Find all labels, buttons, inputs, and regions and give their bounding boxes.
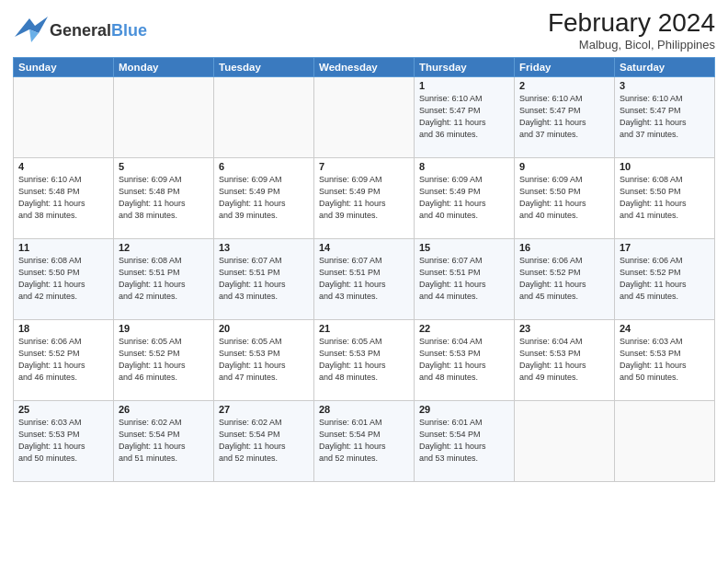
calendar-week-row: 25Sunrise: 6:03 AMSunset: 5:53 PMDayligh… — [14, 401, 715, 482]
day-number: 2 — [519, 80, 609, 91]
day-number: 16 — [519, 242, 609, 253]
day-info: Sunrise: 6:04 AMSunset: 5:53 PMDaylight:… — [519, 336, 609, 384]
day-number: 20 — [219, 323, 309, 334]
day-number: 29 — [419, 404, 509, 415]
weekday-header: Saturday — [615, 58, 715, 77]
day-info: Sunrise: 6:07 AMSunset: 5:51 PMDaylight:… — [419, 255, 509, 303]
calendar-cell: 26Sunrise: 6:02 AMSunset: 5:54 PMDayligh… — [114, 401, 214, 482]
day-number: 21 — [319, 323, 409, 334]
calendar-cell: 7Sunrise: 6:09 AMSunset: 5:49 PMDaylight… — [314, 158, 415, 239]
weekday-header: Friday — [515, 58, 615, 77]
day-number: 23 — [519, 323, 609, 334]
weekday-header: Monday — [114, 58, 214, 77]
day-info: Sunrise: 6:06 AMSunset: 5:52 PMDaylight:… — [620, 255, 710, 303]
calendar-cell — [314, 77, 415, 158]
calendar-cell: 11Sunrise: 6:08 AMSunset: 5:50 PMDayligh… — [14, 239, 114, 320]
day-number: 9 — [519, 161, 609, 172]
header: GeneralBlue February 2024 Malbug, Bicol,… — [13, 9, 715, 52]
weekday-header: Thursday — [415, 58, 515, 77]
day-number: 6 — [219, 161, 309, 172]
day-info: Sunrise: 6:05 AMSunset: 5:53 PMDaylight:… — [219, 336, 309, 384]
calendar-cell: 5Sunrise: 6:09 AMSunset: 5:48 PMDaylight… — [114, 158, 214, 239]
calendar-cell — [14, 77, 114, 158]
day-info: Sunrise: 6:07 AMSunset: 5:51 PMDaylight:… — [319, 255, 409, 303]
calendar-cell: 13Sunrise: 6:07 AMSunset: 5:51 PMDayligh… — [214, 239, 314, 320]
day-number: 7 — [319, 161, 409, 172]
day-number: 18 — [18, 323, 108, 334]
calendar-cell: 19Sunrise: 6:05 AMSunset: 5:52 PMDayligh… — [114, 320, 214, 401]
day-number: 8 — [419, 161, 509, 172]
day-number: 24 — [620, 323, 710, 334]
calendar-cell: 22Sunrise: 6:04 AMSunset: 5:53 PMDayligh… — [415, 320, 515, 401]
calendar-cell: 24Sunrise: 6:03 AMSunset: 5:53 PMDayligh… — [615, 320, 715, 401]
calendar-cell: 16Sunrise: 6:06 AMSunset: 5:52 PMDayligh… — [515, 239, 615, 320]
calendar-table: SundayMondayTuesdayWednesdayThursdayFrid… — [13, 57, 715, 482]
logo: GeneralBlue — [13, 9, 147, 52]
day-info: Sunrise: 6:03 AMSunset: 5:53 PMDaylight:… — [620, 336, 710, 384]
day-info: Sunrise: 6:01 AMSunset: 5:54 PMDaylight:… — [319, 417, 409, 465]
day-number: 1 — [419, 80, 509, 91]
logo-general: General — [50, 21, 111, 40]
logo-icon — [13, 9, 48, 48]
day-number: 17 — [620, 242, 710, 253]
day-number: 25 — [18, 404, 108, 415]
calendar-cell — [214, 77, 314, 158]
calendar-cell: 2Sunrise: 6:10 AMSunset: 5:47 PMDaylight… — [515, 77, 615, 158]
calendar-cell: 4Sunrise: 6:10 AMSunset: 5:48 PMDaylight… — [14, 158, 114, 239]
day-number: 19 — [119, 323, 209, 334]
day-number: 27 — [219, 404, 309, 415]
day-number: 3 — [620, 80, 710, 91]
month-year: February 2024 — [548, 9, 715, 38]
calendar-cell: 20Sunrise: 6:05 AMSunset: 5:53 PMDayligh… — [214, 320, 314, 401]
day-info: Sunrise: 6:06 AMSunset: 5:52 PMDaylight:… — [519, 255, 609, 303]
day-number: 10 — [620, 161, 710, 172]
day-info: Sunrise: 6:07 AMSunset: 5:51 PMDaylight:… — [219, 255, 309, 303]
day-info: Sunrise: 6:05 AMSunset: 5:53 PMDaylight:… — [319, 336, 409, 384]
title-block: February 2024 Malbug, Bicol, Philippines — [548, 9, 715, 52]
day-number: 13 — [219, 242, 309, 253]
logo-text: GeneralBlue — [50, 21, 147, 40]
day-info: Sunrise: 6:08 AMSunset: 5:50 PMDaylight:… — [620, 174, 710, 222]
day-info: Sunrise: 6:06 AMSunset: 5:52 PMDaylight:… — [18, 336, 108, 384]
day-number: 22 — [419, 323, 509, 334]
weekday-header: Wednesday — [314, 58, 415, 77]
weekday-header: Sunday — [14, 58, 114, 77]
day-number: 26 — [119, 404, 209, 415]
logo-blue: Blue — [111, 21, 147, 40]
page: GeneralBlue February 2024 Malbug, Bicol,… — [0, 0, 728, 563]
calendar-cell: 28Sunrise: 6:01 AMSunset: 5:54 PMDayligh… — [314, 401, 415, 482]
calendar-cell: 17Sunrise: 6:06 AMSunset: 5:52 PMDayligh… — [615, 239, 715, 320]
calendar-cell — [515, 401, 615, 482]
calendar-cell — [114, 77, 214, 158]
day-info: Sunrise: 6:05 AMSunset: 5:52 PMDaylight:… — [119, 336, 209, 384]
day-number: 5 — [119, 161, 209, 172]
day-number: 4 — [18, 161, 108, 172]
calendar-week-row: 4Sunrise: 6:10 AMSunset: 5:48 PMDaylight… — [14, 158, 715, 239]
day-info: Sunrise: 6:10 AMSunset: 5:48 PMDaylight:… — [18, 174, 108, 222]
day-info: Sunrise: 6:08 AMSunset: 5:50 PMDaylight:… — [18, 255, 108, 303]
day-info: Sunrise: 6:10 AMSunset: 5:47 PMDaylight:… — [419, 93, 509, 141]
weekday-header: Tuesday — [214, 58, 314, 77]
calendar-cell: 21Sunrise: 6:05 AMSunset: 5:53 PMDayligh… — [314, 320, 415, 401]
calendar-cell: 1Sunrise: 6:10 AMSunset: 5:47 PMDaylight… — [415, 77, 515, 158]
day-info: Sunrise: 6:09 AMSunset: 5:49 PMDaylight:… — [419, 174, 509, 222]
day-number: 15 — [419, 242, 509, 253]
calendar-week-row: 11Sunrise: 6:08 AMSunset: 5:50 PMDayligh… — [14, 239, 715, 320]
calendar-cell: 18Sunrise: 6:06 AMSunset: 5:52 PMDayligh… — [14, 320, 114, 401]
calendar-week-row: 18Sunrise: 6:06 AMSunset: 5:52 PMDayligh… — [14, 320, 715, 401]
day-info: Sunrise: 6:09 AMSunset: 5:49 PMDaylight:… — [319, 174, 409, 222]
day-number: 14 — [319, 242, 409, 253]
calendar-cell: 8Sunrise: 6:09 AMSunset: 5:49 PMDaylight… — [415, 158, 515, 239]
day-number: 28 — [319, 404, 409, 415]
calendar-cell: 3Sunrise: 6:10 AMSunset: 5:47 PMDaylight… — [615, 77, 715, 158]
calendar-cell: 27Sunrise: 6:02 AMSunset: 5:54 PMDayligh… — [214, 401, 314, 482]
calendar-cell: 6Sunrise: 6:09 AMSunset: 5:49 PMDaylight… — [214, 158, 314, 239]
day-info: Sunrise: 6:10 AMSunset: 5:47 PMDaylight:… — [519, 93, 609, 141]
calendar-header-row: SundayMondayTuesdayWednesdayThursdayFrid… — [14, 58, 715, 77]
calendar-cell: 9Sunrise: 6:09 AMSunset: 5:50 PMDaylight… — [515, 158, 615, 239]
day-info: Sunrise: 6:04 AMSunset: 5:53 PMDaylight:… — [419, 336, 509, 384]
day-info: Sunrise: 6:01 AMSunset: 5:54 PMDaylight:… — [419, 417, 509, 465]
calendar-cell: 15Sunrise: 6:07 AMSunset: 5:51 PMDayligh… — [415, 239, 515, 320]
day-info: Sunrise: 6:09 AMSunset: 5:48 PMDaylight:… — [119, 174, 209, 222]
calendar-week-row: 1Sunrise: 6:10 AMSunset: 5:47 PMDaylight… — [14, 77, 715, 158]
